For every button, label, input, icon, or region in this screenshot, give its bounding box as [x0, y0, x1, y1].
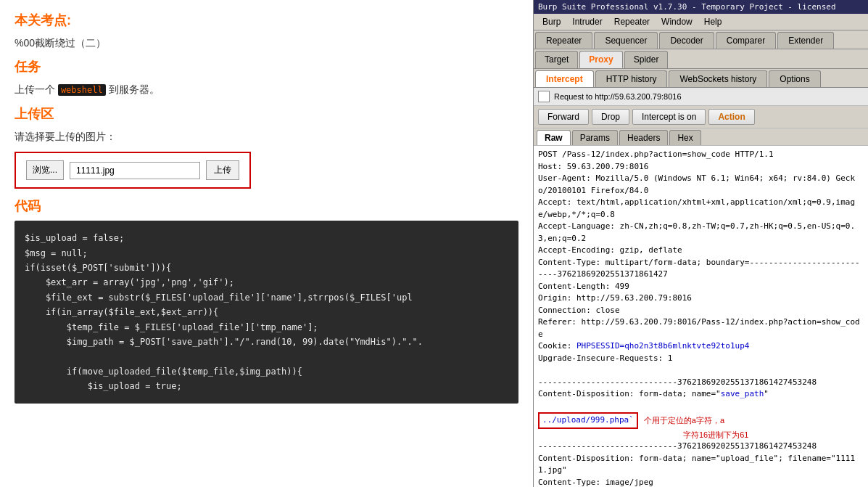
req-line-16: ../upload/999.phpa` 个用于定位的a字符，a	[538, 412, 864, 429]
left-panel: 本关考点: %00截断绕过（二） 任务 上传一个 webshell 到服务器。 …	[0, 0, 533, 487]
file-input-display: 11111.jpg	[70, 162, 200, 179]
code-line-9	[25, 349, 508, 364]
forward-button[interactable]: Forward	[538, 109, 589, 125]
req-line-8: Content-Length: 499	[538, 281, 864, 293]
path-value: ../upload/999.phpa`	[538, 412, 638, 429]
tab-comparer[interactable]: Comparer	[716, 32, 776, 49]
upload-label: 请选择要上传的图片：	[15, 128, 518, 144]
req-line-11: Referer: http://59.63.200.79:8016/Pass-1…	[538, 316, 864, 340]
code-line-6: if(in_array($file_ext,$ext_arr)){	[25, 305, 508, 319]
req-line-19: Content-Type: image/jpeg	[538, 477, 864, 488]
req-line-2: Host: 59.63.200.79:8016	[538, 161, 864, 173]
req-line-5: Accept-Language: zh-CN,zh;q=0.8,zh-TW;q=…	[538, 221, 864, 245]
req-line-14: -----------------------------37621869202…	[538, 377, 864, 389]
code-line-4: $ext_arr = array('jpg','png','gif');	[25, 275, 508, 290]
subtab-target[interactable]: Target	[535, 51, 578, 68]
subtab-spider[interactable]: Spider	[624, 51, 669, 68]
burp-subtabs: Target Proxy Spider	[534, 49, 868, 69]
menu-window[interactable]: Window	[656, 15, 698, 28]
req-line-blank1	[538, 364, 864, 377]
tab-decoder[interactable]: Decoder	[659, 32, 714, 49]
title-code: 代码	[15, 197, 518, 215]
req-tab-raw[interactable]: Raw	[537, 130, 571, 145]
title-upload: 上传区	[15, 105, 518, 123]
code-line-3: if(isset($_POST['submit'])){	[25, 261, 508, 275]
burp-titlebar: Burp Suite Professional v1.7.30 - Tempor…	[534, 0, 868, 14]
browse-button[interactable]: 浏览...	[26, 160, 64, 180]
proxy-tab-websockets-history[interactable]: WebSockets history	[669, 70, 767, 87]
code-block: $is_upload = false; $msg = null; if(isse…	[15, 221, 518, 404]
req-line-15: Content-Disposition: form-data; name="sa…	[538, 388, 864, 401]
code-line-5: $file_ext = substr($_FILES['upload_file'…	[25, 290, 508, 305]
req-line-9: Origin: http://59.63.200.79:8016	[538, 292, 864, 305]
annotation-text: 个用于定位的a字符，a	[644, 414, 724, 427]
tab-repeater[interactable]: Repeater	[535, 32, 592, 49]
req-tab-params[interactable]: Params	[572, 130, 618, 145]
req-line-7: Content-Type: multipart/form-data; bound…	[538, 257, 864, 281]
task-code: webshell	[58, 84, 106, 96]
request-content[interactable]: POST /Pass-12/index.php?action=show_code…	[534, 146, 868, 487]
intercept-checkbox[interactable]	[538, 91, 550, 102]
drop-button[interactable]: Drop	[592, 109, 629, 125]
req-tab-headers[interactable]: Headers	[619, 130, 668, 145]
menu-repeater[interactable]: Repeater	[608, 15, 656, 28]
upload-section: 浏览... 11111.jpg 上传	[15, 152, 251, 189]
annotation-line2: 字符16进制下为61	[538, 429, 864, 441]
menu-burp[interactable]: Burp	[537, 15, 566, 28]
subtitle-keypoint: %00截断绕过（二）	[15, 35, 518, 51]
task-text2: 到服务器。	[109, 83, 160, 95]
code-line-2: $msg = null;	[25, 246, 508, 261]
burp-suite-panel: Burp Suite Professional v1.7.30 - Tempor…	[533, 0, 868, 487]
req-line-1: POST /Pass-12/index.php?action=show_code…	[538, 149, 864, 161]
burp-proxy-tabs: Intercept HTTP history WebSockets histor…	[534, 69, 868, 88]
burp-main-tabs: Repeater Sequencer Decoder Comparer Exte…	[534, 30, 868, 49]
subtab-proxy[interactable]: Proxy	[579, 51, 622, 68]
request-body-tabs: Raw Params Headers Hex	[534, 128, 868, 146]
code-line-7: $temp_file = $_FILES['upload_file']['tmp…	[25, 320, 508, 335]
req-line-13: Upgrade-Insecure-Requests: 1	[538, 353, 864, 365]
intercept-on-button[interactable]: Intercept is on	[632, 109, 706, 125]
code-line-1: $is_upload = false;	[25, 231, 508, 245]
tab-sequencer[interactable]: Sequencer	[594, 32, 658, 49]
req-line-10: Connection: close	[538, 305, 864, 317]
upload-button[interactable]: 上传	[206, 160, 239, 180]
req-tab-hex[interactable]: Hex	[669, 130, 700, 145]
task-text1: 上传一个	[15, 83, 55, 95]
req-line-12: Cookie: PHPSESSID=qho2n3t8b6mlnktvte92to…	[538, 340, 864, 353]
menu-intruder[interactable]: Intruder	[566, 15, 608, 28]
action-button[interactable]: Action	[708, 109, 754, 125]
tab-extender[interactable]: Extender	[777, 32, 834, 49]
intercept-url: Request to http://59.63.200.79:8016	[554, 92, 864, 101]
req-line-3: User-Agent: Mozilla/5.0 (Windows NT 6.1;…	[538, 173, 864, 197]
burp-menubar: Burp Intruder Repeater Window Help	[534, 14, 868, 30]
upload-row: 浏览... 11111.jpg 上传	[26, 160, 239, 180]
code-line-10: if(move_uploaded_file($temp_file,$img_pa…	[25, 364, 508, 379]
req-line-18: Content-Disposition: form-data; name="up…	[538, 453, 864, 477]
title-task: 任务	[15, 58, 518, 75]
intercept-toolbar: Request to http://59.63.200.79:8016	[534, 88, 868, 106]
menu-help[interactable]: Help	[698, 15, 728, 28]
task-description: 上传一个 webshell 到服务器。	[15, 81, 518, 97]
code-line-8: $img_path = $_POST['save_path']."/".rand…	[25, 335, 508, 349]
req-line-4: Accept: text/html,application/xhtml+xml,…	[538, 197, 864, 221]
proxy-tab-http-history[interactable]: HTTP history	[595, 70, 668, 87]
proxy-tab-intercept[interactable]: Intercept	[535, 70, 594, 87]
proxy-tab-options[interactable]: Options	[769, 70, 820, 87]
req-line-6: Accept-Encoding: gzip, deflate	[538, 245, 864, 257]
code-line-11: $is_upload = true;	[25, 379, 508, 393]
title-keypoint: 本关考点:	[15, 12, 518, 29]
req-line-17: -----------------------------37621869202…	[538, 441, 864, 453]
req-line-blank2	[538, 401, 864, 413]
